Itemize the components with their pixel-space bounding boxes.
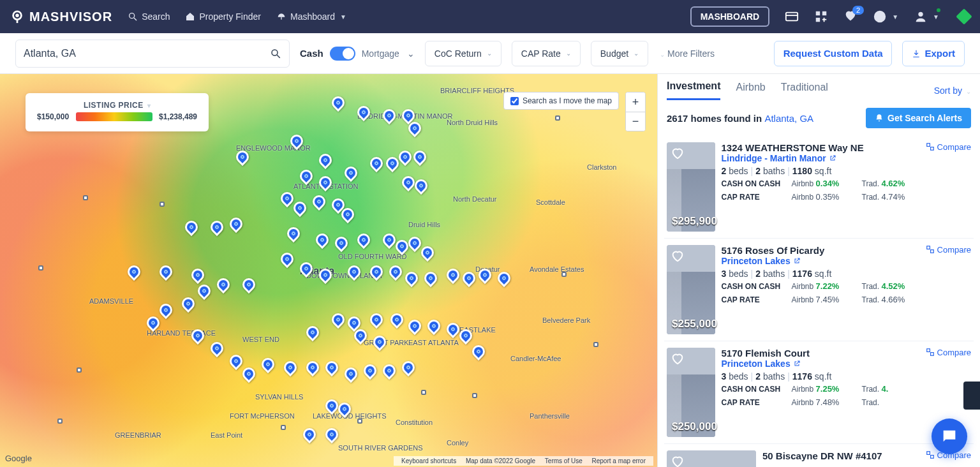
tab-investment[interactable]: Investment [667,80,720,100]
map-pane[interactable]: Atlanta BRIARCLIFF HEIGHTSLINDRIDGE-MART… [0,74,657,467]
map-dot[interactable] [77,367,82,373]
location-input[interactable] [24,48,270,59]
coc-return-filter[interactable]: CoC Return⌄ [425,41,501,66]
keyboard-shortcuts-link[interactable]: Keyboard shortcuts [401,457,456,464]
svg-point-1 [15,13,19,17]
map-dot[interactable] [593,342,598,347]
location-search[interactable] [15,40,290,68]
svg-point-9 [880,20,880,20]
user-icon [914,10,928,24]
report-error-link[interactable]: Report a map error [592,457,646,464]
chevron-down-icon: ▼ [340,13,346,20]
listing-card[interactable]: 50 Biscayne DR NW #4107 Compare [664,444,974,467]
listing-thumbnail[interactable]: $250,000 [667,348,715,437]
price-legend[interactable]: LISTING PRICE ▾ $150,000 $1,238,489 [26,93,209,131]
map-dot[interactable] [421,390,426,395]
grid-plus-icon[interactable] [814,10,828,24]
compare-icon [926,142,935,151]
listing-thumbnail[interactable] [667,450,756,467]
svg-rect-15 [930,250,933,253]
nav-mashboard[interactable]: Mashboard ▼ [276,11,346,22]
svg-rect-4 [786,13,798,21]
compare-icon [926,245,935,254]
tab-traditional[interactable]: Traditional [781,82,828,100]
listing-price: $255,000 [672,318,717,330]
location-link[interactable]: Atlanta, GA [764,113,813,124]
search-as-move-checkbox[interactable]: Search as I move the map [503,92,619,110]
listings[interactable]: $295,900 1324 WEATHERSTONE Way NE Lindri… [658,136,980,467]
listing-price: $295,900 [672,215,717,228]
nav-user[interactable]: ▼ [914,10,939,24]
cap-rate-filter[interactable]: CAP Rate⌄ [512,41,581,66]
svg-rect-16 [926,349,930,352]
listing-neighborhood-link[interactable]: Lindridge - Martin Manor [722,153,919,163]
listing-thumbnail[interactable]: $295,900 [667,142,715,232]
svg-rect-7 [816,18,820,22]
sort-by[interactable]: Sort by ⌄ [934,85,971,96]
map-data-text: Map data ©2022 Google [466,457,535,464]
heart-outline-icon[interactable] [671,146,685,160]
budget-filter[interactable]: Budget⌄ [591,41,648,66]
result-tabs: Investment Airbnb Traditional Sort by ⌄ [658,74,980,100]
google-logo: Google [5,454,32,463]
mashboard-button[interactable]: MASHBOARD [690,6,770,27]
compare-link[interactable]: Compare [926,142,971,232]
main-content: Atlanta BRIARCLIFF HEIGHTSLINDRIDGE-MART… [0,74,980,467]
side-bookmark-tab[interactable] [963,382,980,410]
map-dot[interactable] [83,195,88,200]
listing-address: 5176 Roses Of Picardy [722,245,919,256]
heart-outline-icon[interactable] [671,454,685,467]
brand-logo[interactable]: MASHVISOR [10,10,112,24]
compare-icon [926,348,935,357]
nav-help[interactable]: ▼ [873,10,898,24]
export-button[interactable]: Export [902,41,965,66]
terms-link[interactable]: Terms of Use [545,457,583,464]
toggle-switch[interactable] [330,47,355,61]
help-icon [873,10,887,24]
nav-property-finder[interactable]: Property Finder [185,11,260,22]
map-dot[interactable] [57,419,63,424]
map-dot[interactable] [281,425,286,430]
heart-outline-icon[interactable] [671,249,685,263]
map-dot[interactable] [472,393,477,398]
external-link-icon [793,257,801,265]
more-filters[interactable]: ⌄ More Filters [658,48,715,59]
heart-outline-icon[interactable] [671,352,685,366]
chat-fab[interactable] [932,419,967,454]
compare-link[interactable]: Compare [926,245,971,334]
listing-neighborhood-link[interactable]: Princeton Lakes [722,256,919,266]
listing-specs: 3 beds|2 baths|1176 sq.ft [722,371,919,382]
zoom-controls: + − [625,92,646,131]
map-dot[interactable] [160,202,165,207]
listing-card[interactable]: $255,000 5176 Roses Of Picardy Princeton… [664,239,974,341]
listing-card[interactable]: $295,900 1324 WEATHERSTONE Way NE Lindri… [664,136,974,239]
nav-favorites[interactable]: 2 [843,8,858,25]
map-dot[interactable] [357,419,362,424]
listing-address: 50 Biscayne DR NW #4107 [762,450,919,461]
notification-dot [935,7,942,13]
listing-neighborhood-link[interactable]: Princeton Lakes [722,359,919,369]
cash-mortgage-toggle[interactable]: Cash Mortgage ⌄ [300,47,415,61]
request-custom-data-button[interactable]: Request Custom Data [774,41,893,66]
card-icon[interactable] [785,10,799,24]
compare-icon [926,450,935,459]
zoom-in-button[interactable]: + [626,93,645,112]
get-alerts-button[interactable]: Get Search Alerts [866,108,971,128]
legend-gradient [76,112,152,121]
download-icon [912,49,921,58]
search-icon[interactable] [270,48,281,59]
dashboard-icon [276,11,286,22]
listing-metrics: CASH ON CASH Airbnb 0.34% Trad. 4.62% CA… [722,179,919,202]
listing-metrics: CASH ON CASH Airbnb 7.25% Trad. 4. CAP R… [722,384,919,407]
search-icon [128,11,138,22]
nav-search[interactable]: Search [128,11,170,22]
tab-airbnb[interactable]: Airbnb [736,82,765,100]
logo-pin-icon [10,10,24,24]
zoom-out-button[interactable]: − [626,112,645,131]
map-dot[interactable] [561,272,567,277]
listing-card[interactable]: $250,000 5170 Flemish Court Princeton La… [664,341,974,444]
listing-thumbnail[interactable]: $255,000 [667,245,715,334]
map-dot[interactable] [38,265,43,271]
svg-rect-19 [930,456,933,459]
svg-rect-18 [926,452,930,455]
